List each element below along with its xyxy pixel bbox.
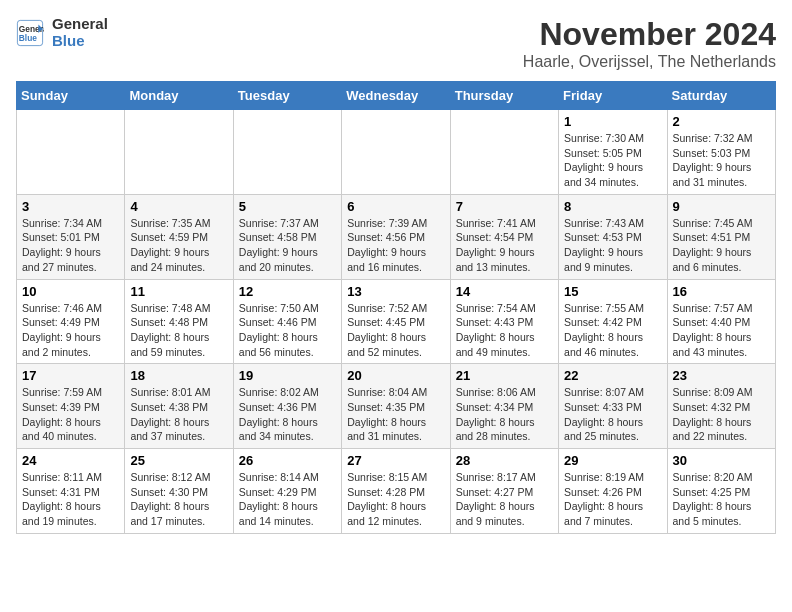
day-info: Sunrise: 8:20 AMSunset: 4:25 PMDaylight:… <box>673 470 770 529</box>
calendar-cell: 25Sunrise: 8:12 AMSunset: 4:30 PMDayligh… <box>125 449 233 534</box>
calendar-cell: 22Sunrise: 8:07 AMSunset: 4:33 PMDayligh… <box>559 364 667 449</box>
day-number: 17 <box>22 368 119 383</box>
calendar-week-row: 17Sunrise: 7:59 AMSunset: 4:39 PMDayligh… <box>17 364 776 449</box>
calendar-header-row: SundayMondayTuesdayWednesdayThursdayFrid… <box>17 82 776 110</box>
title-section: November 2024 Haarle, Overijssel, The Ne… <box>523 16 776 71</box>
day-number: 29 <box>564 453 661 468</box>
header-wednesday: Wednesday <box>342 82 450 110</box>
day-number: 18 <box>130 368 227 383</box>
day-info: Sunrise: 8:15 AMSunset: 4:28 PMDaylight:… <box>347 470 444 529</box>
day-info: Sunrise: 7:39 AMSunset: 4:56 PMDaylight:… <box>347 216 444 275</box>
calendar-cell: 13Sunrise: 7:52 AMSunset: 4:45 PMDayligh… <box>342 279 450 364</box>
day-number: 15 <box>564 284 661 299</box>
day-number: 12 <box>239 284 336 299</box>
calendar-cell: 11Sunrise: 7:48 AMSunset: 4:48 PMDayligh… <box>125 279 233 364</box>
day-info: Sunrise: 8:19 AMSunset: 4:26 PMDaylight:… <box>564 470 661 529</box>
day-number: 28 <box>456 453 553 468</box>
day-number: 23 <box>673 368 770 383</box>
calendar-week-row: 3Sunrise: 7:34 AMSunset: 5:01 PMDaylight… <box>17 194 776 279</box>
calendar-cell: 14Sunrise: 7:54 AMSunset: 4:43 PMDayligh… <box>450 279 558 364</box>
calendar-cell: 7Sunrise: 7:41 AMSunset: 4:54 PMDaylight… <box>450 194 558 279</box>
calendar-cell: 3Sunrise: 7:34 AMSunset: 5:01 PMDaylight… <box>17 194 125 279</box>
day-info: Sunrise: 7:50 AMSunset: 4:46 PMDaylight:… <box>239 301 336 360</box>
day-number: 21 <box>456 368 553 383</box>
day-number: 4 <box>130 199 227 214</box>
day-info: Sunrise: 8:14 AMSunset: 4:29 PMDaylight:… <box>239 470 336 529</box>
calendar-cell: 12Sunrise: 7:50 AMSunset: 4:46 PMDayligh… <box>233 279 341 364</box>
calendar-cell: 24Sunrise: 8:11 AMSunset: 4:31 PMDayligh… <box>17 449 125 534</box>
day-number: 13 <box>347 284 444 299</box>
day-info: Sunrise: 8:07 AMSunset: 4:33 PMDaylight:… <box>564 385 661 444</box>
calendar-cell: 23Sunrise: 8:09 AMSunset: 4:32 PMDayligh… <box>667 364 775 449</box>
day-number: 8 <box>564 199 661 214</box>
day-number: 14 <box>456 284 553 299</box>
day-info: Sunrise: 8:04 AMSunset: 4:35 PMDaylight:… <box>347 385 444 444</box>
calendar-cell: 1Sunrise: 7:30 AMSunset: 5:05 PMDaylight… <box>559 110 667 195</box>
day-number: 25 <box>130 453 227 468</box>
calendar-cell: 10Sunrise: 7:46 AMSunset: 4:49 PMDayligh… <box>17 279 125 364</box>
calendar-cell: 27Sunrise: 8:15 AMSunset: 4:28 PMDayligh… <box>342 449 450 534</box>
day-info: Sunrise: 7:32 AMSunset: 5:03 PMDaylight:… <box>673 131 770 190</box>
calendar-cell: 15Sunrise: 7:55 AMSunset: 4:42 PMDayligh… <box>559 279 667 364</box>
day-info: Sunrise: 7:43 AMSunset: 4:53 PMDaylight:… <box>564 216 661 275</box>
calendar-cell <box>17 110 125 195</box>
main-title: November 2024 <box>523 16 776 53</box>
day-number: 27 <box>347 453 444 468</box>
day-info: Sunrise: 8:02 AMSunset: 4:36 PMDaylight:… <box>239 385 336 444</box>
calendar-cell <box>450 110 558 195</box>
calendar-cell: 20Sunrise: 8:04 AMSunset: 4:35 PMDayligh… <box>342 364 450 449</box>
logo-icon: General Blue <box>16 19 44 47</box>
header-tuesday: Tuesday <box>233 82 341 110</box>
calendar-table: SundayMondayTuesdayWednesdayThursdayFrid… <box>16 81 776 534</box>
calendar-cell: 19Sunrise: 8:02 AMSunset: 4:36 PMDayligh… <box>233 364 341 449</box>
page-header: General Blue General Blue November 2024 … <box>16 16 776 71</box>
day-info: Sunrise: 8:12 AMSunset: 4:30 PMDaylight:… <box>130 470 227 529</box>
calendar-cell <box>342 110 450 195</box>
day-info: Sunrise: 7:54 AMSunset: 4:43 PMDaylight:… <box>456 301 553 360</box>
calendar-cell: 21Sunrise: 8:06 AMSunset: 4:34 PMDayligh… <box>450 364 558 449</box>
calendar-cell: 29Sunrise: 8:19 AMSunset: 4:26 PMDayligh… <box>559 449 667 534</box>
day-number: 2 <box>673 114 770 129</box>
calendar-cell: 8Sunrise: 7:43 AMSunset: 4:53 PMDaylight… <box>559 194 667 279</box>
day-info: Sunrise: 8:06 AMSunset: 4:34 PMDaylight:… <box>456 385 553 444</box>
day-number: 26 <box>239 453 336 468</box>
calendar-cell: 5Sunrise: 7:37 AMSunset: 4:58 PMDaylight… <box>233 194 341 279</box>
subtitle: Haarle, Overijssel, The Netherlands <box>523 53 776 71</box>
day-info: Sunrise: 8:01 AMSunset: 4:38 PMDaylight:… <box>130 385 227 444</box>
day-number: 1 <box>564 114 661 129</box>
day-info: Sunrise: 8:17 AMSunset: 4:27 PMDaylight:… <box>456 470 553 529</box>
calendar-cell: 26Sunrise: 8:14 AMSunset: 4:29 PMDayligh… <box>233 449 341 534</box>
day-info: Sunrise: 7:30 AMSunset: 5:05 PMDaylight:… <box>564 131 661 190</box>
header-saturday: Saturday <box>667 82 775 110</box>
svg-text:Blue: Blue <box>19 33 37 43</box>
calendar-week-row: 10Sunrise: 7:46 AMSunset: 4:49 PMDayligh… <box>17 279 776 364</box>
calendar-cell: 16Sunrise: 7:57 AMSunset: 4:40 PMDayligh… <box>667 279 775 364</box>
calendar-cell: 4Sunrise: 7:35 AMSunset: 4:59 PMDaylight… <box>125 194 233 279</box>
day-number: 30 <box>673 453 770 468</box>
day-info: Sunrise: 7:37 AMSunset: 4:58 PMDaylight:… <box>239 216 336 275</box>
calendar-cell: 18Sunrise: 8:01 AMSunset: 4:38 PMDayligh… <box>125 364 233 449</box>
day-number: 24 <box>22 453 119 468</box>
day-number: 9 <box>673 199 770 214</box>
day-info: Sunrise: 7:41 AMSunset: 4:54 PMDaylight:… <box>456 216 553 275</box>
day-number: 5 <box>239 199 336 214</box>
header-thursday: Thursday <box>450 82 558 110</box>
header-friday: Friday <box>559 82 667 110</box>
calendar-cell: 6Sunrise: 7:39 AMSunset: 4:56 PMDaylight… <box>342 194 450 279</box>
day-info: Sunrise: 8:09 AMSunset: 4:32 PMDaylight:… <box>673 385 770 444</box>
day-number: 3 <box>22 199 119 214</box>
day-number: 19 <box>239 368 336 383</box>
calendar-cell: 30Sunrise: 8:20 AMSunset: 4:25 PMDayligh… <box>667 449 775 534</box>
calendar-cell: 17Sunrise: 7:59 AMSunset: 4:39 PMDayligh… <box>17 364 125 449</box>
day-info: Sunrise: 7:57 AMSunset: 4:40 PMDaylight:… <box>673 301 770 360</box>
day-number: 20 <box>347 368 444 383</box>
calendar-week-row: 1Sunrise: 7:30 AMSunset: 5:05 PMDaylight… <box>17 110 776 195</box>
day-number: 11 <box>130 284 227 299</box>
day-number: 22 <box>564 368 661 383</box>
day-info: Sunrise: 8:11 AMSunset: 4:31 PMDaylight:… <box>22 470 119 529</box>
day-info: Sunrise: 7:45 AMSunset: 4:51 PMDaylight:… <box>673 216 770 275</box>
day-info: Sunrise: 7:48 AMSunset: 4:48 PMDaylight:… <box>130 301 227 360</box>
calendar-week-row: 24Sunrise: 8:11 AMSunset: 4:31 PMDayligh… <box>17 449 776 534</box>
day-number: 7 <box>456 199 553 214</box>
day-number: 16 <box>673 284 770 299</box>
